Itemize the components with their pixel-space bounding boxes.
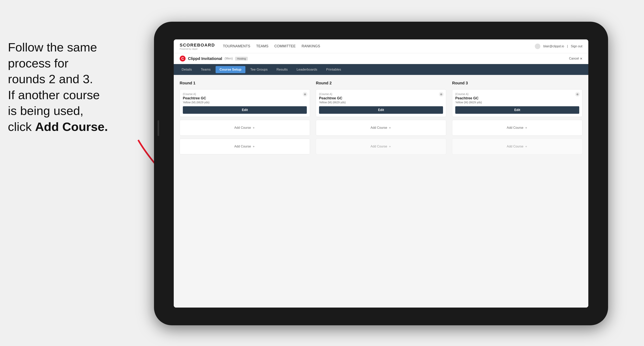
cancel-button[interactable]: Cancel ✕ bbox=[569, 57, 582, 60]
tablet-button bbox=[158, 120, 159, 136]
round-2-course-details: Yellow (M) (6629 yds) bbox=[319, 101, 443, 104]
tournament-name: Clippd Invitational bbox=[188, 56, 222, 61]
round-3-add-course-label-2: Add Course ＋ bbox=[507, 145, 528, 149]
round-3-edit-button[interactable]: Edit bbox=[455, 106, 579, 114]
round-2-course-label: (Course A) bbox=[319, 92, 443, 96]
round-2-title: Round 2 bbox=[316, 81, 446, 85]
round-1-column: Round 1 ⊗ (Course A) Peachtree GC Yellow… bbox=[180, 81, 310, 154]
nav-left: SCOREBOARD Powered by clippd TOURNAMENTS… bbox=[180, 43, 320, 50]
round-2-delete-icon[interactable]: ⊗ bbox=[439, 92, 444, 97]
plus-icon-5: ＋ bbox=[524, 126, 528, 130]
breadcrumb-area: C Clippd Invitational (Men) Hosting bbox=[180, 56, 248, 61]
top-nav: SCOREBOARD Powered by clippd TOURNAMENTS… bbox=[174, 39, 588, 53]
round-2-edit-button[interactable]: Edit bbox=[319, 106, 443, 114]
clippd-logo-icon: C bbox=[180, 56, 186, 61]
round-3-add-course-1[interactable]: Add Course ＋ bbox=[452, 120, 582, 136]
round-1-add-course-2[interactable]: Add Course ＋ bbox=[180, 139, 310, 154]
plus-icon-4: ＋ bbox=[388, 145, 392, 149]
round-3-course-name: Peachtree GC bbox=[455, 96, 579, 100]
pipe-separator: | bbox=[567, 44, 568, 48]
cancel-x-icon: ✕ bbox=[580, 57, 582, 60]
round-2-add-course-2: Add Course ＋ bbox=[316, 139, 446, 154]
nav-committee[interactable]: COMMITTEE bbox=[274, 43, 296, 49]
round-1-course-label: (Course A) bbox=[183, 92, 307, 96]
round-2-add-course-label-1: Add Course ＋ bbox=[370, 126, 392, 130]
round-3-column: Round 3 ⊗ (Course A) Peachtree GC Yellow… bbox=[452, 81, 582, 154]
round-1-delete-icon[interactable]: ⊗ bbox=[303, 92, 308, 97]
round-1-course-card: ⊗ (Course A) Peachtree GC Yellow (M) (66… bbox=[180, 89, 310, 117]
round-3-add-course-label-1: Add Course ＋ bbox=[507, 126, 528, 130]
instruction-panel: Follow the same process for rounds 2 and… bbox=[0, 31, 138, 143]
round-3-delete-icon[interactable]: ⊗ bbox=[575, 92, 580, 97]
round-1-course-name: Peachtree GC bbox=[183, 96, 307, 100]
rounds-grid: Round 1 ⊗ (Course A) Peachtree GC Yellow… bbox=[180, 81, 582, 154]
scoreboard-logo: SCOREBOARD Powered by clippd bbox=[180, 43, 215, 50]
round-2-column: Round 2 ⊗ (Course A) Peachtree GC Yellow… bbox=[316, 81, 446, 154]
instruction-text: Follow the same process for rounds 2 and… bbox=[8, 40, 108, 134]
tab-course-setup[interactable]: Course Setup bbox=[216, 66, 246, 73]
round-3-title: Round 3 bbox=[452, 81, 582, 85]
plus-icon-6: ＋ bbox=[524, 145, 528, 149]
round-1-title: Round 1 bbox=[180, 81, 310, 85]
round-2-add-course-label-2: Add Course ＋ bbox=[370, 145, 392, 149]
tab-tee-groups[interactable]: Tee Groups bbox=[246, 66, 272, 73]
round-3-course-label: (Course A) bbox=[455, 92, 579, 96]
sub-header: C Clippd Invitational (Men) Hosting Canc… bbox=[174, 53, 588, 64]
round-1-add-course-label-1: Add Course ＋ bbox=[234, 126, 256, 130]
nav-rankings[interactable]: RANKINGS bbox=[302, 43, 320, 49]
tab-results[interactable]: Results bbox=[272, 66, 292, 73]
tab-teams[interactable]: Teams bbox=[197, 66, 214, 73]
tab-bar: Details Teams Course Setup Tee Groups Re… bbox=[174, 64, 588, 75]
plus-icon-2: ＋ bbox=[252, 145, 255, 149]
round-3-add-course-2: Add Course ＋ bbox=[452, 139, 582, 154]
round-2-course-card: ⊗ (Course A) Peachtree GC Yellow (M) (66… bbox=[316, 89, 446, 117]
round-2-course-name: Peachtree GC bbox=[319, 96, 443, 100]
round-3-course-details: Yellow (M) (6629 yds) bbox=[455, 101, 579, 104]
main-content: Round 1 ⊗ (Course A) Peachtree GC Yellow… bbox=[174, 75, 588, 308]
scoreboard-title: SCOREBOARD bbox=[180, 43, 215, 48]
user-email: blair@clippd.io bbox=[543, 44, 564, 48]
round-1-add-course-1[interactable]: Add Course ＋ bbox=[180, 120, 310, 136]
tablet-frame: SCOREBOARD Powered by clippd TOURNAMENTS… bbox=[154, 22, 608, 325]
plus-icon-3: ＋ bbox=[388, 126, 392, 130]
tab-printables[interactable]: Printables bbox=[322, 66, 345, 73]
round-1-edit-button[interactable]: Edit bbox=[183, 106, 307, 114]
nav-right: blair@clippd.io | Sign out bbox=[535, 44, 582, 49]
tab-details[interactable]: Details bbox=[178, 66, 196, 73]
plus-icon-1: ＋ bbox=[252, 126, 255, 130]
hosting-badge: Hosting bbox=[235, 57, 248, 60]
tournament-paren: (Men) bbox=[224, 57, 233, 60]
tab-leaderboards[interactable]: Leaderboards bbox=[292, 66, 321, 73]
round-1-course-details: Yellow (M) (6629 yds) bbox=[183, 101, 307, 104]
nav-teams[interactable]: TEAMS bbox=[256, 43, 268, 49]
round-3-course-card: ⊗ (Course A) Peachtree GC Yellow (M) (66… bbox=[452, 89, 582, 117]
sign-out-link[interactable]: Sign out bbox=[571, 44, 582, 48]
round-2-add-course-1[interactable]: Add Course ＋ bbox=[316, 120, 446, 136]
tablet-screen: SCOREBOARD Powered by clippd TOURNAMENTS… bbox=[174, 39, 588, 308]
user-avatar bbox=[535, 44, 540, 49]
nav-links: TOURNAMENTS TEAMS COMMITTEE RANKINGS bbox=[223, 43, 320, 49]
powered-by: Powered by clippd bbox=[180, 48, 215, 50]
nav-tournaments[interactable]: TOURNAMENTS bbox=[223, 43, 250, 49]
round-1-add-course-label-2: Add Course ＋ bbox=[234, 145, 256, 149]
